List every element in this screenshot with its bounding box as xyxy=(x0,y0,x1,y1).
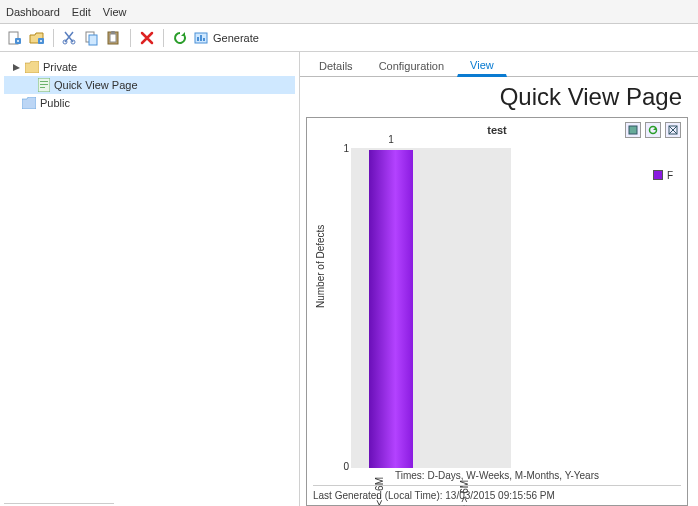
y-axis-label: Number of Defects xyxy=(315,224,326,307)
legend: F xyxy=(649,168,677,183)
chart-config-icon[interactable] xyxy=(625,122,641,138)
bar-value-label: 1 xyxy=(369,134,413,145)
svg-rect-17 xyxy=(40,87,45,88)
legend-label: F xyxy=(667,170,673,181)
menu-view[interactable]: View xyxy=(103,6,127,18)
chart-toolbar xyxy=(625,122,681,138)
tree-panel: Private Quick View Page Public xyxy=(0,52,300,506)
legend-swatch xyxy=(653,170,663,180)
menu-dashboard[interactable]: Dashboard xyxy=(6,6,60,18)
view-panel: Details Configuration View Quick View Pa… xyxy=(300,52,698,506)
new-page-icon[interactable] xyxy=(6,29,24,47)
tree-label: Public xyxy=(40,97,70,109)
tab-configuration[interactable]: Configuration xyxy=(366,54,457,77)
generate-icon xyxy=(193,30,209,46)
y-tick: 1 xyxy=(341,143,349,154)
plot-area: 1 xyxy=(351,148,511,468)
svg-rect-6 xyxy=(89,35,97,45)
svg-rect-15 xyxy=(40,81,48,82)
cut-icon[interactable] xyxy=(61,29,79,47)
folder-icon xyxy=(25,61,39,73)
bar xyxy=(369,150,413,468)
tree-item-public[interactable]: Public xyxy=(4,94,295,112)
toolbar-separator xyxy=(130,29,131,47)
svg-rect-13 xyxy=(203,38,205,41)
chart-caption: Times: D-Days, W-Weeks, M-Months, Y-Year… xyxy=(307,470,687,481)
tabbar: Details Configuration View xyxy=(300,52,698,77)
chart-container: test 1 0 Number of Defects 1 Age <= 6M A… xyxy=(306,117,688,506)
delete-icon[interactable] xyxy=(138,29,156,47)
svg-rect-12 xyxy=(200,35,202,41)
tree-label: Private xyxy=(43,61,77,73)
folder-icon xyxy=(22,97,36,109)
tree-item-quick-view-page[interactable]: Quick View Page xyxy=(4,76,295,94)
tree-label: Quick View Page xyxy=(54,79,138,91)
chart-refresh-icon[interactable] xyxy=(645,122,661,138)
svg-rect-8 xyxy=(110,34,116,42)
paste-icon[interactable] xyxy=(105,29,123,47)
toolbar-separator xyxy=(163,29,164,47)
generate-button[interactable]: Generate xyxy=(193,30,259,46)
tab-view[interactable]: View xyxy=(457,53,507,77)
tab-details[interactable]: Details xyxy=(306,54,366,77)
tree-item-private[interactable]: Private xyxy=(4,58,295,76)
refresh-icon[interactable] xyxy=(171,29,189,47)
svg-rect-11 xyxy=(197,37,199,41)
collapse-icon[interactable] xyxy=(12,63,21,72)
menubar: Dashboard Edit View xyxy=(0,0,698,24)
svg-rect-9 xyxy=(111,31,115,34)
chart-fullscreen-icon[interactable] xyxy=(665,122,681,138)
toolbar-separator xyxy=(53,29,54,47)
page-title: Quick View Page xyxy=(300,77,698,113)
chart-footer: Last Generated (Local Time): 13/03/2015 … xyxy=(313,485,681,501)
divider xyxy=(4,503,114,504)
svg-rect-16 xyxy=(40,84,48,85)
copy-icon[interactable] xyxy=(83,29,101,47)
toolbar: Generate xyxy=(0,24,698,52)
new-folder-icon[interactable] xyxy=(28,29,46,47)
page-icon xyxy=(38,78,50,92)
menu-edit[interactable]: Edit xyxy=(72,6,91,18)
svg-rect-18 xyxy=(629,126,637,134)
generate-label: Generate xyxy=(213,32,259,44)
